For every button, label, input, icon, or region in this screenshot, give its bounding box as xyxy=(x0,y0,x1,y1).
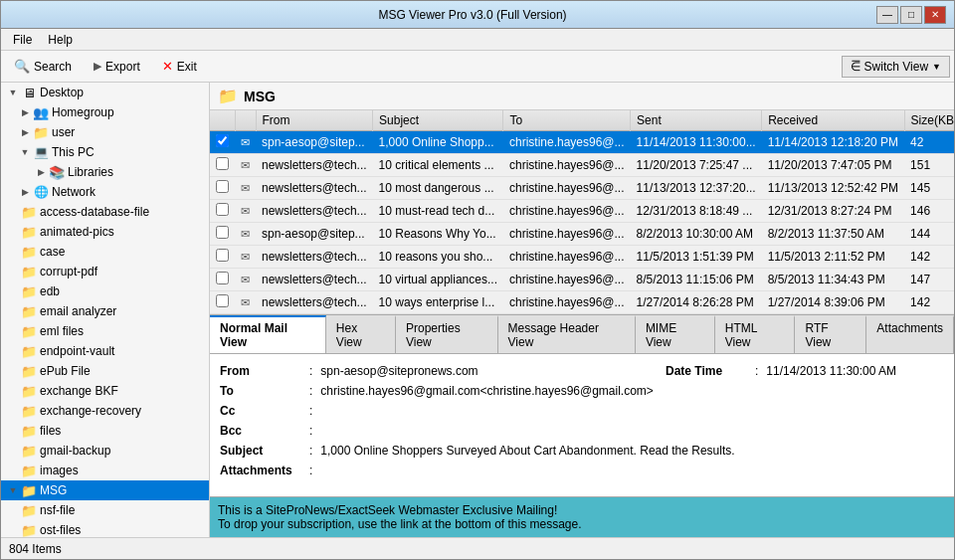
col-subject[interactable]: Subject xyxy=(373,110,503,131)
expander-thispc-icon: ▼ xyxy=(17,144,33,160)
close-button[interactable]: ✕ xyxy=(924,6,946,24)
tab-hex-view[interactable]: Hex View xyxy=(326,315,396,353)
row-checkbox[interactable] xyxy=(216,180,229,193)
table-row[interactable]: ✉newsletters@tech...10 reasons you sho..… xyxy=(210,246,954,269)
col-icon[interactable] xyxy=(235,110,256,131)
sidebar-item-ost[interactable]: 📁 ost-files xyxy=(1,520,209,537)
cell-received: 1/27/2014 8:39:06 PM xyxy=(762,291,904,314)
sidebar-item-case[interactable]: 📁 case xyxy=(1,242,209,262)
maximize-button[interactable]: □ xyxy=(900,6,922,24)
cell-received: 8/5/2013 11:34:43 PM xyxy=(762,269,904,291)
tab-mime-view[interactable]: MIME View xyxy=(636,315,715,353)
sidebar-item-images[interactable]: 📁 images xyxy=(1,461,209,480)
cell-subject: 10 virtual appliances... xyxy=(373,269,503,291)
menu-file[interactable]: File xyxy=(5,31,40,49)
cell-subject: 10 reasons you sho... xyxy=(373,246,503,269)
cell-from: newsletters@tech... xyxy=(256,291,373,314)
row-checkbox[interactable] xyxy=(216,134,229,147)
minimize-button[interactable]: — xyxy=(876,6,898,24)
cell-received: 11/14/2013 12:18:20 PM xyxy=(762,131,904,154)
envelope-icon: ✉ xyxy=(241,251,250,263)
sidebar-item-this-pc-label: This PC xyxy=(52,145,95,159)
sidebar-item-email-analyzer[interactable]: 📁 email analyzer xyxy=(1,301,209,321)
sidebar-item-eml-files[interactable]: 📁 eml files xyxy=(1,321,209,341)
menu-bar: File Help xyxy=(1,29,954,51)
from-value: spn-aesop@sitepronews.com xyxy=(320,364,666,378)
sidebar-item-corrupt-pdf[interactable]: 📁 corrupt-pdf xyxy=(1,262,209,281)
sidebar-item-files[interactable]: 📁 files xyxy=(1,421,209,441)
tab-message-header-view[interactable]: Message Header View xyxy=(498,315,636,353)
toolbar-right: ⋶ Switch View ▼ xyxy=(842,56,950,78)
switch-view-button[interactable]: ⋶ Switch View ▼ xyxy=(842,56,950,78)
col-size[interactable]: Size(KB) xyxy=(904,110,954,131)
tab-attachments[interactable]: Attachments xyxy=(866,315,954,353)
col-check[interactable] xyxy=(210,110,235,131)
sidebar-item-gmail-backup[interactable]: 📁 gmail-backup xyxy=(1,441,209,461)
col-from[interactable]: From xyxy=(256,110,373,131)
sidebar-item-this-pc[interactable]: ▼ 💻 This PC xyxy=(1,142,209,162)
cell-subject: 10 critical elements ... xyxy=(373,154,503,177)
cc-label: Cc xyxy=(220,404,309,418)
col-to[interactable]: To xyxy=(503,110,631,131)
switch-view-icon: ⋶ xyxy=(851,60,860,74)
sidebar-item-edb[interactable]: 📁 edb xyxy=(1,281,209,301)
msg-folder-icon: 📁 xyxy=(218,87,238,105)
sidebar-item-epub[interactable]: 📁 ePub File xyxy=(1,361,209,381)
export-button[interactable]: ▶ Export xyxy=(85,56,149,78)
tab-rtf-view[interactable]: RTF View xyxy=(795,315,866,353)
sidebar-item-endpoint-vault[interactable]: 📁 endpoint-vault xyxy=(1,341,209,361)
expander-icon: ▼ xyxy=(5,85,21,100)
homegroup-icon: 👥 xyxy=(33,104,49,120)
subject-label: Subject xyxy=(220,444,309,458)
search-button[interactable]: 🔍 Search xyxy=(5,55,81,78)
sidebar-item-animated-pics[interactable]: 📁 animated-pics xyxy=(1,222,209,242)
envelope-icon: ✉ xyxy=(241,205,250,217)
sidebar: ▼ 🖥 Desktop ▶ 👥 Homegroup ▶ 📁 user ▼ 💻 T… xyxy=(1,83,210,537)
preview-scroll-area: From : spn-aesop@sitepronews.com Date Ti… xyxy=(210,354,954,496)
table-row[interactable]: ✉newsletters@tech...10 ways enterprise l… xyxy=(210,291,954,314)
cell-sent: 8/5/2013 11:15:06 PM xyxy=(631,269,762,291)
table-row[interactable]: ✉newsletters@tech...10 most dangerous ..… xyxy=(210,177,954,200)
sidebar-item-homegroup[interactable]: ▶ 👥 Homegroup xyxy=(1,102,209,122)
sidebar-item-exchange-recovery[interactable]: 📁 exchange-recovery xyxy=(1,401,209,421)
table-row[interactable]: ✉spn-aesop@sitep...1,000 Online Shopp...… xyxy=(210,131,954,154)
row-checkbox[interactable] xyxy=(216,272,229,284)
sidebar-item-nsf[interactable]: 📁 nsf-file xyxy=(1,500,209,520)
cell-size: 144 xyxy=(904,223,954,246)
col-sent[interactable]: Sent xyxy=(631,110,762,131)
bottom-content: Normal Mail ViewHex ViewProperties ViewM… xyxy=(210,314,954,537)
tab-html-view[interactable]: HTML View xyxy=(715,315,796,353)
cell-to: christine.hayes96@... xyxy=(503,177,631,200)
sidebar-item-libraries[interactable]: ▶ 📚 Libraries xyxy=(1,162,209,182)
sidebar-item-network[interactable]: ▶ 🌐 Network xyxy=(1,182,209,202)
cell-to: christine.hayes96@... xyxy=(503,223,631,246)
row-checkbox[interactable] xyxy=(216,249,229,262)
row-checkbox[interactable] xyxy=(216,226,229,239)
sidebar-item-desktop[interactable]: ▼ 🖥 Desktop xyxy=(1,83,209,102)
sidebar-item-msg[interactable]: ▼ 📁 MSG xyxy=(1,480,209,500)
menu-help[interactable]: Help xyxy=(40,31,81,49)
tab-normal-mail-view[interactable]: Normal Mail View xyxy=(210,315,326,353)
cell-size: 151 xyxy=(904,154,954,177)
tab-properties-view[interactable]: Properties View xyxy=(396,315,498,353)
sidebar-item-user[interactable]: ▶ 📁 user xyxy=(1,122,209,142)
table-row[interactable]: ✉newsletters@tech...10 virtual appliance… xyxy=(210,269,954,291)
cell-from: newsletters@tech... xyxy=(256,154,373,177)
datetime-label: Date Time xyxy=(666,364,755,378)
col-received[interactable]: Received xyxy=(762,110,904,131)
table-row[interactable]: ✉newsletters@tech...10 critical elements… xyxy=(210,154,954,177)
sidebar-item-exchange-bkf[interactable]: 📁 exchange BKF xyxy=(1,381,209,401)
row-checkbox[interactable] xyxy=(216,157,229,170)
table-row[interactable]: ✉newsletters@tech...10 must-read tech d.… xyxy=(210,200,954,223)
tabs-area: Normal Mail ViewHex ViewProperties ViewM… xyxy=(210,314,954,354)
folder-icon-files: 📁 xyxy=(21,423,37,439)
sidebar-item-exchange-bkf-label: exchange BKF xyxy=(40,384,118,398)
exit-button[interactable]: ✕ Exit xyxy=(153,55,206,78)
tabs-row: Normal Mail ViewHex ViewProperties ViewM… xyxy=(210,315,954,354)
switch-view-dropdown-icon: ▼ xyxy=(932,62,941,72)
sidebar-item-access-database-file[interactable]: 📁 access-database-file xyxy=(1,202,209,222)
row-checkbox[interactable] xyxy=(216,203,229,216)
preview-cc-row: Cc : xyxy=(220,404,944,418)
row-checkbox[interactable] xyxy=(216,294,229,307)
table-row[interactable]: ✉spn-aesop@sitep...10 Reasons Why Yo...c… xyxy=(210,223,954,246)
